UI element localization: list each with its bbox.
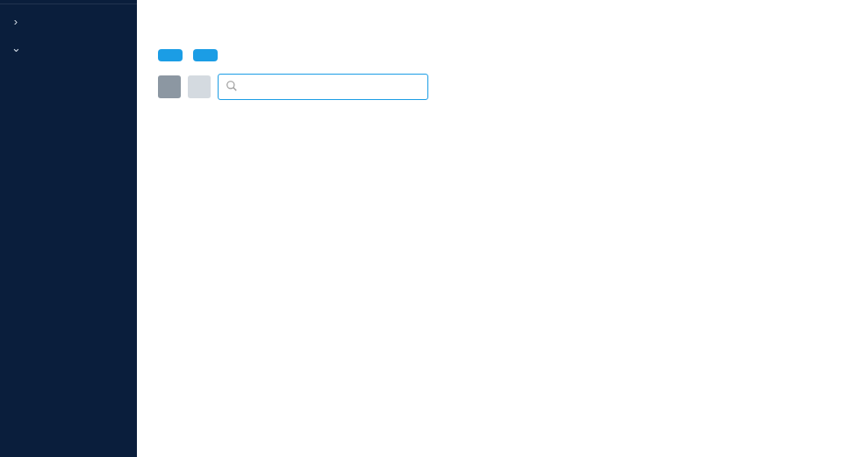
chevron-right-icon: ›: [9, 15, 23, 28]
remove-filter-button[interactable]: [188, 75, 211, 98]
filter-row: [158, 74, 868, 100]
search-input[interactable]: [243, 80, 420, 94]
add-people-button[interactable]: [193, 49, 218, 61]
sidebar-separator: [0, 4, 137, 4]
sidebar-direct[interactable]: ⌄: [0, 34, 137, 61]
add-filter-button[interactable]: [158, 75, 181, 98]
svg-line-1: [233, 87, 237, 90]
search-icon: [226, 80, 238, 95]
action-row: [158, 49, 868, 61]
sidebar: › ⌄: [0, 0, 137, 457]
new-project-button[interactable]: [158, 49, 183, 61]
search-projects[interactable]: [218, 74, 428, 100]
main-content: [137, 0, 868, 457]
table-header: [158, 116, 868, 123]
sidebar-groups[interactable]: ›: [0, 8, 137, 34]
chevron-down-icon: ⌄: [9, 41, 23, 54]
svg-point-0: [227, 81, 234, 88]
